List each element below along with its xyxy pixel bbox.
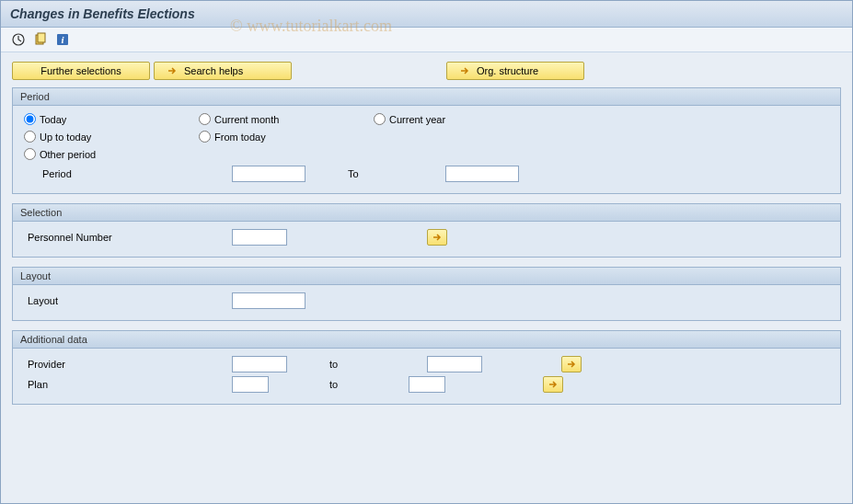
radio-other-period[interactable]: Other period bbox=[24, 148, 190, 160]
radio-current-month-input[interactable] bbox=[199, 113, 211, 125]
plan-label: Plan bbox=[24, 379, 226, 390]
selection-group: Selection Personnel Number bbox=[12, 203, 841, 258]
plan-multiselect-button[interactable] bbox=[543, 376, 563, 393]
period-from-label: Period bbox=[24, 168, 226, 179]
search-helps-button[interactable]: Search helps bbox=[154, 62, 292, 80]
provider-multiselect-button[interactable] bbox=[561, 356, 582, 372]
provider-label: Provider bbox=[24, 359, 226, 370]
plan-from-input[interactable] bbox=[232, 376, 269, 393]
arrow-right-icon bbox=[458, 64, 471, 77]
radio-today-label: Today bbox=[40, 114, 66, 125]
period-from-input[interactable] bbox=[232, 166, 305, 182]
radio-from-today-label: From today bbox=[214, 132, 266, 143]
arrow-right-icon bbox=[432, 232, 443, 243]
layout-input[interactable] bbox=[232, 292, 305, 309]
radio-current-month-label: Current month bbox=[214, 114, 279, 125]
provider-to-input[interactable] bbox=[427, 356, 482, 372]
personnel-number-label: Personnel Number bbox=[24, 232, 226, 243]
variant-icon[interactable] bbox=[32, 31, 49, 48]
radio-today[interactable]: Today bbox=[24, 113, 190, 125]
radio-up-to-today-input[interactable] bbox=[24, 131, 36, 143]
personnel-number-multiselect-button[interactable] bbox=[427, 229, 447, 246]
radio-other-period-input[interactable] bbox=[24, 148, 36, 160]
org-structure-button[interactable]: Org. structure bbox=[446, 62, 584, 80]
additional-group-body: Provider to Plan to bbox=[13, 349, 840, 404]
svg-rect-2 bbox=[38, 33, 45, 42]
radio-current-month[interactable]: Current month bbox=[199, 113, 364, 125]
personnel-number-input[interactable] bbox=[232, 229, 287, 246]
plan-to-input[interactable] bbox=[409, 376, 445, 393]
radio-current-year-input[interactable] bbox=[374, 113, 386, 125]
info-icon[interactable]: i bbox=[54, 31, 71, 48]
further-selections-button[interactable]: Further selections bbox=[12, 62, 150, 80]
layout-group-body: Layout bbox=[13, 285, 840, 320]
period-group-title: Period bbox=[13, 88, 840, 106]
content-area: Further selections Search helps Org. str… bbox=[1, 52, 852, 423]
radio-from-today-input[interactable] bbox=[199, 131, 211, 143]
title-bar: Changes in Benefits Elections bbox=[1, 1, 852, 28]
search-helps-label: Search helps bbox=[184, 65, 243, 76]
spacer bbox=[295, 62, 443, 80]
period-group: Period Today Current month Current year bbox=[12, 87, 841, 194]
radio-from-today[interactable]: From today bbox=[199, 131, 364, 143]
further-selections-label: Further selections bbox=[40, 65, 121, 76]
layout-group-title: Layout bbox=[13, 268, 840, 285]
radio-current-year[interactable]: Current year bbox=[374, 113, 512, 125]
layout-group: Layout Layout bbox=[12, 267, 841, 321]
radio-today-input[interactable] bbox=[24, 113, 36, 125]
app-toolbar: i bbox=[1, 28, 852, 52]
selection-buttons-row: Further selections Search helps Org. str… bbox=[12, 62, 841, 80]
provider-to-label: to bbox=[293, 359, 421, 370]
radio-up-to-today-label: Up to today bbox=[40, 132, 91, 143]
period-group-body: Today Current month Current year Up to t… bbox=[13, 106, 840, 193]
org-structure-label: Org. structure bbox=[477, 65, 538, 76]
selection-group-body: Personnel Number bbox=[13, 222, 840, 257]
radio-current-year-label: Current year bbox=[389, 114, 445, 125]
additional-data-group: Additional data Provider to Plan to bbox=[12, 330, 841, 405]
additional-group-title: Additional data bbox=[13, 331, 840, 349]
radio-up-to-today[interactable]: Up to today bbox=[24, 131, 190, 143]
layout-label: Layout bbox=[24, 295, 226, 306]
radio-other-period-label: Other period bbox=[40, 149, 96, 160]
arrow-right-icon bbox=[566, 359, 577, 370]
selection-group-title: Selection bbox=[13, 204, 840, 222]
period-to-input[interactable] bbox=[445, 166, 519, 182]
period-to-label: To bbox=[311, 168, 440, 179]
arrow-right-icon bbox=[548, 379, 559, 390]
plan-to-label: to bbox=[274, 379, 403, 390]
execute-icon[interactable] bbox=[10, 31, 27, 48]
provider-from-input[interactable] bbox=[232, 356, 287, 372]
arrow-right-icon bbox=[166, 64, 179, 77]
page-title: Changes in Benefits Elections bbox=[10, 6, 843, 21]
